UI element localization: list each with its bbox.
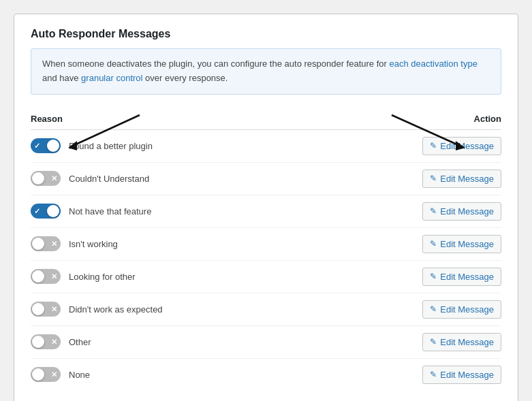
- edit-icon-8: ✎: [430, 370, 437, 379]
- toggle-thumb-6: [32, 303, 44, 315]
- toggle-thumb-7: [32, 336, 44, 348]
- table-row: ✕Didn't work as expected✎Edit Message: [31, 293, 501, 326]
- edit-button-label-3: Edit Message: [440, 206, 494, 216]
- row-label-2: Couldn't Understand: [69, 174, 149, 184]
- edit-icon-4: ✎: [430, 239, 437, 248]
- edit-button-label-8: Edit Message: [440, 370, 494, 380]
- edit-button-label-2: Edit Message: [440, 174, 494, 184]
- toggle-1[interactable]: ✓: [31, 138, 61, 153]
- table-row: ✕Looking for other✎Edit Message: [31, 261, 501, 293]
- row-left-1: ✓Found a better plugin: [31, 138, 153, 153]
- edit-button-label-7: Edit Message: [440, 337, 494, 347]
- toggle-track-6: ✕: [31, 302, 61, 317]
- toggle-thumb-8: [32, 368, 44, 381]
- edit-button-label-5: Edit Message: [440, 272, 494, 282]
- table-row: ✓Found a better plugin✎Edit Message: [31, 130, 501, 163]
- toggle-thumb-4: [32, 238, 44, 250]
- column-reason: Reason: [31, 114, 63, 124]
- edit-message-button-5[interactable]: ✎Edit Message: [422, 268, 501, 286]
- edit-message-button-3[interactable]: ✎Edit Message: [422, 202, 501, 221]
- edit-message-button-8[interactable]: ✎Edit Message: [422, 366, 501, 384]
- row-left-7: ✕Other: [31, 334, 91, 349]
- edit-button-label-6: Edit Message: [440, 304, 494, 315]
- toggle-thumb-3: [47, 205, 59, 217]
- toggle-track-8: ✕: [31, 367, 61, 382]
- toggle-track-1: ✓: [31, 138, 61, 153]
- toggle-x-icon: ✕: [51, 272, 57, 281]
- row-left-3: ✓Not have that feature: [31, 204, 151, 219]
- toggle-3[interactable]: ✓: [31, 204, 61, 219]
- table-row: ✕Isn't working✎Edit Message: [31, 228, 501, 261]
- edit-message-button-7[interactable]: ✎Edit Message: [422, 333, 501, 351]
- edit-message-button-2[interactable]: ✎Edit Message: [422, 170, 501, 188]
- toggle-7[interactable]: ✕: [31, 334, 61, 349]
- edit-message-button-1[interactable]: ✎Edit Message: [422, 137, 501, 155]
- edit-button-label-4: Edit Message: [440, 239, 494, 249]
- toggle-track-5: ✕: [31, 269, 61, 284]
- toggle-4[interactable]: ✕: [31, 236, 61, 251]
- toggle-track-2: ✕: [31, 171, 61, 186]
- toggle-thumb-1: [47, 140, 59, 152]
- toggle-8[interactable]: ✕: [31, 367, 61, 382]
- row-label-5: Looking for other: [69, 272, 136, 282]
- row-label-4: Isn't working: [69, 239, 118, 249]
- row-left-8: ✕None: [31, 367, 90, 382]
- row-label-3: Not have that feature: [69, 206, 151, 216]
- toggle-x-icon: ✕: [51, 305, 57, 314]
- edit-icon-6: ✎: [430, 304, 437, 314]
- toggle-track-3: ✓: [31, 204, 61, 219]
- toggle-6[interactable]: ✕: [31, 302, 61, 317]
- rows-container: ✓Found a better plugin✎Edit Message✕Coul…: [31, 130, 501, 391]
- toggle-x-icon: ✕: [51, 240, 57, 248]
- edit-icon-7: ✎: [430, 337, 437, 347]
- edit-button-label-1: Edit Message: [440, 141, 494, 151]
- edit-message-button-4[interactable]: ✎Edit Message: [422, 235, 501, 253]
- row-label-7: Other: [69, 337, 91, 347]
- card-title: Auto Responder Messages: [31, 28, 501, 40]
- table-row: ✕None✎Edit Message: [31, 359, 501, 391]
- row-label-8: None: [69, 370, 90, 380]
- toggle-track-4: ✕: [31, 236, 61, 251]
- row-left-4: ✕Isn't working: [31, 236, 118, 251]
- edit-icon-5: ✎: [430, 272, 437, 281]
- edit-icon-2: ✎: [430, 174, 437, 183]
- auto-responder-card: Auto Responder Messages When someone dea…: [14, 14, 518, 401]
- toggle-x-icon: ✕: [51, 338, 57, 347]
- row-left-5: ✕Looking for other: [31, 269, 136, 284]
- toggle-x-icon: ✕: [51, 174, 57, 183]
- row-left-2: ✕Couldn't Understand: [31, 171, 149, 186]
- toggle-5[interactable]: ✕: [31, 269, 61, 284]
- table-header: Reason Action: [31, 108, 501, 130]
- toggle-thumb-2: [32, 172, 44, 185]
- toggle-thumb-5: [32, 270, 44, 283]
- toggle-x-icon: ✕: [51, 370, 57, 379]
- table-row: ✓Not have that feature✎Edit Message: [31, 195, 501, 228]
- toggle-check-icon: ✓: [34, 142, 40, 150]
- toggle-check-icon: ✓: [34, 207, 40, 216]
- info-link-1: each deactivation type: [390, 59, 478, 69]
- column-action: Action: [474, 114, 501, 124]
- row-label-6: Didn't work as expected: [69, 304, 163, 315]
- table-row: ✕Couldn't Understand✎Edit Message: [31, 163, 501, 195]
- info-box: When someone deactivates the plugin, you…: [31, 48, 501, 95]
- info-link-2: granular control: [81, 73, 142, 83]
- edit-message-button-6[interactable]: ✎Edit Message: [422, 300, 501, 319]
- row-label-1: Found a better plugin: [69, 141, 153, 151]
- edit-icon-1: ✎: [430, 141, 437, 150]
- row-left-6: ✕Didn't work as expected: [31, 302, 163, 317]
- toggle-2[interactable]: ✕: [31, 171, 61, 186]
- table-row: ✕Other✎Edit Message: [31, 326, 501, 359]
- edit-icon-3: ✎: [430, 206, 437, 216]
- toggle-track-7: ✕: [31, 334, 61, 349]
